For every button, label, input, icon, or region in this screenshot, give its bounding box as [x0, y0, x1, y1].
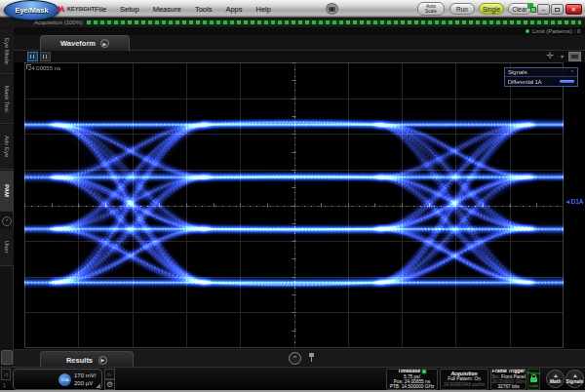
acquisition-panel[interactable]: Acquisition Full Pattern: On 24.99990948… [440, 369, 488, 390]
pin-icon[interactable] [308, 353, 314, 364]
plot-tool-row: ✛ ▾ [14, 51, 585, 62]
keysight-logo-icon [57, 5, 65, 13]
menu-items: File Setup Measure Tools Apps Help [88, 0, 278, 18]
menu-tools[interactable]: Tools [188, 5, 219, 14]
cursor-dropdown-icon[interactable]: ▾ [561, 53, 564, 59]
pan-move-icon[interactable]: ✛ [546, 51, 554, 60]
acquisition-progress-strip: Acquisition (100%) [0, 18, 585, 27]
legend-collapse-icon[interactable]: ⌃ [570, 69, 574, 75]
channel-offset: 200 µV [74, 380, 93, 386]
channel-nav-left-button[interactable]: ◁ [1, 369, 11, 380]
connection-status-icon[interactable] [527, 3, 537, 13]
display-settings-icon[interactable] [568, 52, 581, 61]
eye-diagram-canvas[interactable] [24, 62, 564, 348]
signals-button[interactable]: Signals [566, 370, 584, 388]
auto-scale-button[interactable]: Auto Scale [417, 2, 445, 16]
app-mode-tab[interactable]: Eye/Mask [4, 0, 59, 20]
settings-gear-icon[interactable]: ⚙ [104, 379, 115, 390]
timebase-panel[interactable]: Timebase 5.75 ps/ Pos: 24.00855 ns PTB: … [386, 369, 438, 390]
menu-setup[interactable]: Setup [113, 5, 146, 14]
limit-patterns-label: Limit (Patterns) : 0 [526, 28, 580, 34]
menu-apps[interactable]: Apps [218, 5, 249, 14]
sidebar-tab-mask-test[interactable]: Mask Test [0, 75, 14, 124]
timebase-led [422, 370, 426, 373]
mode-sidebar: Eye Mode Mask Test Adv Eye PAM ⌃ User [0, 27, 14, 367]
results-tab-menu-icon[interactable]: ▶ [98, 356, 107, 365]
channel-scale: 170 mV/ [74, 372, 96, 378]
results-bar: Results ▶ ⌃ [14, 349, 585, 367]
minimize-button[interactable]: – [537, 4, 550, 15]
waveform-plot-area[interactable]: 24.00055 ns Signals ⌃ Differential 1A [24, 62, 564, 348]
pattern-lock-indicator[interactable]: Pattern Lock [527, 369, 540, 390]
acquisition-progress-bar [86, 20, 582, 25]
frame-trigger-panel[interactable]: Frame Trigger Src: Front Panel 29.000000… [490, 369, 526, 390]
signals-legend[interactable]: Signals ⌃ Differential 1A [504, 67, 578, 87]
status-bar: ◁ 1 D1A 170 mV/ 200 µV ▷ ⚙ Timebase 5.75… [0, 367, 585, 390]
sidebar-tab-user[interactable]: User [0, 229, 14, 266]
menu-help[interactable]: Help [250, 5, 278, 14]
menu-measure[interactable]: Measure [146, 5, 188, 14]
sidebar-expand-icon[interactable]: ⌃ [2, 216, 12, 226]
limit-status-dot [526, 29, 529, 33]
waveform-tab-menu-icon[interactable]: ▶ [100, 39, 109, 48]
sidebar-tab-pam[interactable]: PAM [0, 171, 14, 212]
math-up-arrow-icon [554, 374, 558, 377]
legend-item[interactable]: Differential 1A [505, 77, 577, 86]
timebase-position-label: 24.00055 ns [28, 65, 60, 71]
sidebar-tab-adv-eye[interactable]: Adv Eye [0, 125, 14, 170]
acquisition-progress-label: Acquisition (100%) [34, 20, 83, 25]
sidebar-tab-eye-mode[interactable]: Eye Mode [0, 29, 14, 74]
grid-view-button[interactable] [27, 52, 38, 61]
channel-page-index: 1 [3, 382, 6, 388]
sidebar-bottom-button[interactable] [1, 350, 13, 365]
legend-title: Signals [508, 69, 527, 75]
keysight-brand: KEYSIGHT [57, 5, 95, 13]
padlock-icon [530, 377, 537, 382]
channel-level-marker: ◄D1A [565, 198, 583, 205]
signals-up-arrow-icon [573, 374, 577, 377]
waveform-tab[interactable]: Waveform ▶ [40, 35, 130, 51]
math-button[interactable]: Math [546, 370, 565, 388]
close-button[interactable]: ✕ [566, 4, 582, 15]
maximize-button[interactable] [551, 4, 564, 15]
run-button[interactable]: Run [449, 3, 475, 15]
channel-panel-resize-corner [96, 383, 100, 388]
channel-panel[interactable]: D1A 170 mV/ 200 µV [13, 369, 102, 390]
channel-nav-right-button[interactable]: ▷ [104, 369, 115, 379]
split-view-button[interactable] [40, 52, 51, 61]
results-tab[interactable]: Results ▶ [40, 351, 134, 368]
workspace-tab-row: Waveform ▶ [14, 35, 585, 51]
screenshot-camera-icon[interactable] [326, 3, 338, 15]
legend-series-swatch [560, 80, 574, 83]
channel-badge: D1A [58, 373, 71, 386]
single-button[interactable]: Single [479, 3, 504, 15]
collapse-results-button[interactable]: ⌃ [289, 352, 301, 365]
